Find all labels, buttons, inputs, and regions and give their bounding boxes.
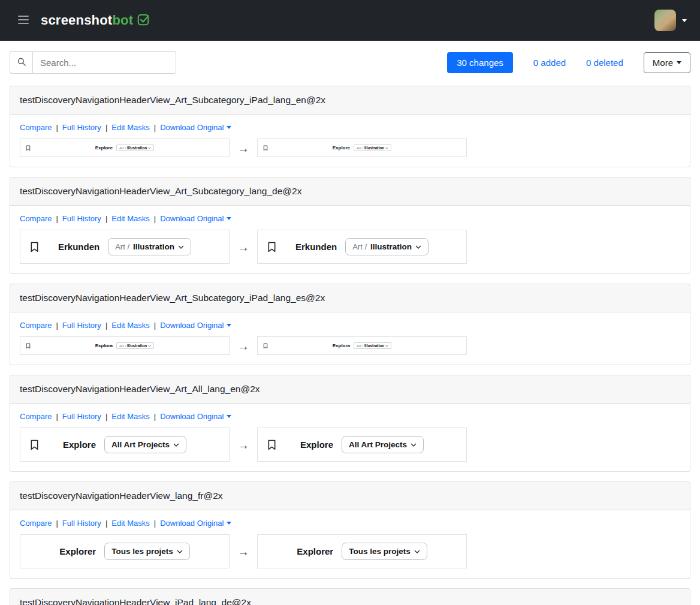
after-screenshot-thumbnail[interactable]: Explore All Art Projects	[257, 428, 467, 462]
screenshot-card: testDiscoveryNavigationHeaderView_iPad_l…	[10, 588, 690, 605]
nav-title: Explore	[300, 440, 333, 450]
bookmark-icon	[30, 440, 39, 450]
after-screenshot-thumbnail[interactable]: Explorer Tous les projets	[257, 534, 467, 568]
download-original-label: Download Original	[160, 123, 224, 132]
brand-logo[interactable]: screenshotbot	[41, 13, 150, 28]
download-original-link[interactable]: Download Original	[160, 123, 231, 132]
user-menu[interactable]	[654, 10, 687, 31]
chevron-down-icon	[148, 147, 151, 149]
compare-link[interactable]: Compare	[20, 214, 52, 223]
edit-masks-link[interactable]: Edit Masks	[111, 321, 150, 330]
edit-masks-link[interactable]: Edit Masks	[111, 214, 150, 223]
full-history-link[interactable]: Full History	[62, 123, 101, 132]
caret-down-icon	[227, 324, 231, 327]
full-history-link[interactable]: Full History	[62, 321, 101, 330]
download-original-link[interactable]: Download Original	[160, 321, 231, 330]
compare-link[interactable]: Compare	[20, 123, 52, 132]
nav-header-preview: Explore Art / Illustration	[20, 145, 229, 151]
bookmark-icon	[30, 242, 39, 252]
screenshot-card: testDiscoveryNavigationHeaderView_Art_Su…	[10, 86, 690, 167]
compare-link[interactable]: Compare	[20, 519, 52, 528]
comparison-row: Explora Art / Illustration → Explora	[20, 336, 680, 355]
menu-toggle-button[interactable]	[13, 12, 34, 29]
more-dropdown-button[interactable]: More	[644, 52, 690, 73]
card-body: Compare | Full History | Edit Masks | Do…	[10, 404, 690, 471]
filter-prefix: Art /	[352, 242, 367, 251]
download-original-link[interactable]: Download Original	[160, 214, 231, 223]
deleted-filter-link[interactable]: 0 deleted	[586, 58, 623, 68]
link-separator: |	[105, 123, 107, 132]
filter-value: All Art Projects	[349, 440, 407, 449]
chevron-down-icon	[411, 443, 417, 447]
filter-dropdown: Art / Illustration	[116, 145, 154, 151]
nav-header-preview: Explora Art / Illustration	[258, 342, 466, 349]
full-history-link[interactable]: Full History	[62, 412, 101, 421]
card-actions: Compare | Full History | Edit Masks | Do…	[20, 214, 680, 223]
changes-filter-button[interactable]: 30 changes	[447, 52, 513, 73]
bookmark-icon	[267, 242, 276, 252]
filter-prefix: Art /	[357, 344, 363, 348]
before-screenshot-thumbnail[interactable]: Explore All Art Projects	[20, 428, 230, 462]
bookmark-icon	[263, 145, 268, 151]
filter-value: Illustration	[133, 242, 174, 251]
card-actions: Compare | Full History | Edit Masks | Do…	[20, 412, 680, 421]
download-original-link[interactable]: Download Original	[160, 519, 231, 528]
card-title: testDiscoveryNavigationHeaderView_Art_Su…	[10, 284, 690, 312]
compare-link[interactable]: Compare	[20, 321, 52, 330]
user-avatar	[654, 10, 676, 31]
full-history-link[interactable]: Full History	[62, 519, 101, 528]
filter-dropdown: Art / Illustration	[354, 342, 391, 349]
nav-title: Explora	[95, 343, 113, 348]
arrow-right-icon: →	[237, 340, 250, 352]
link-separator: |	[105, 519, 107, 528]
compare-link[interactable]: Compare	[20, 412, 52, 421]
comparison-row: Erkunden Art / Illustration → Erkund	[20, 230, 680, 264]
edit-masks-link[interactable]: Edit Masks	[111, 412, 150, 421]
after-screenshot-thumbnail[interactable]: Explora Art / Illustration	[257, 336, 467, 355]
chevron-down-icon	[148, 345, 151, 347]
after-screenshot-thumbnail[interactable]: Explore Art / Illustration	[257, 139, 467, 157]
screenshot-card: testDiscoveryNavigationHeaderView_lang_f…	[10, 481, 690, 579]
before-screenshot-thumbnail[interactable]: Explore Art / Illustration	[20, 139, 230, 157]
filter-dropdown: All Art Projects	[104, 436, 186, 453]
caret-down-icon	[227, 522, 231, 525]
caret-down-icon	[677, 61, 681, 64]
chevron-down-icon	[415, 245, 421, 249]
nav-header-preview: Explorer Tous les projets	[258, 543, 466, 560]
link-separator: |	[105, 321, 107, 330]
brand-check-icon	[137, 13, 150, 28]
filter-toolbar: 30 changes 0 added 0 deleted More	[0, 41, 700, 86]
link-separator: |	[56, 214, 58, 223]
nav-header-preview: Explorer Tous les projets	[20, 543, 229, 560]
chevron-down-icon	[177, 550, 183, 553]
download-original-label: Download Original	[160, 214, 224, 223]
filter-value: Tous les projets	[111, 547, 173, 556]
comparison-row: Explore All Art Projects → Explore	[20, 428, 680, 462]
added-filter-link[interactable]: 0 added	[533, 58, 566, 68]
full-history-link[interactable]: Full History	[62, 214, 101, 223]
before-screenshot-thumbnail[interactable]: Explorer Tous les projets	[20, 534, 230, 568]
before-screenshot-thumbnail[interactable]: Erkunden Art / Illustration	[20, 230, 230, 264]
search-icon	[17, 58, 26, 68]
filter-dropdown: All Art Projects	[342, 436, 424, 453]
card-body: Compare | Full History | Edit Masks | Do…	[10, 510, 690, 578]
link-separator: |	[56, 519, 58, 528]
edit-masks-link[interactable]: Edit Masks	[111, 123, 150, 132]
hamburger-icon	[18, 16, 29, 26]
download-original-link[interactable]: Download Original	[160, 412, 231, 421]
filter-value: Tous les projets	[349, 547, 411, 556]
filter-dropdown: Tous les projets	[104, 543, 190, 560]
search-button[interactable]	[10, 51, 32, 74]
edit-masks-link[interactable]: Edit Masks	[111, 519, 150, 528]
filter-prefix: Art /	[357, 146, 363, 150]
after-screenshot-thumbnail[interactable]: Erkunden Art / Illustration	[257, 230, 467, 264]
chevron-down-icon	[173, 443, 179, 447]
download-original-label: Download Original	[160, 412, 224, 421]
before-screenshot-thumbnail[interactable]: Explora Art / Illustration	[20, 336, 230, 355]
nav-header-preview: Explore Art / Illustration	[258, 145, 466, 151]
card-actions: Compare | Full History | Edit Masks | Do…	[20, 123, 680, 132]
search-input[interactable]	[32, 51, 176, 74]
filter-value: Illustration	[364, 146, 384, 150]
card-title: testDiscoveryNavigationHeaderView_lang_f…	[10, 482, 690, 510]
more-label: More	[653, 58, 673, 68]
